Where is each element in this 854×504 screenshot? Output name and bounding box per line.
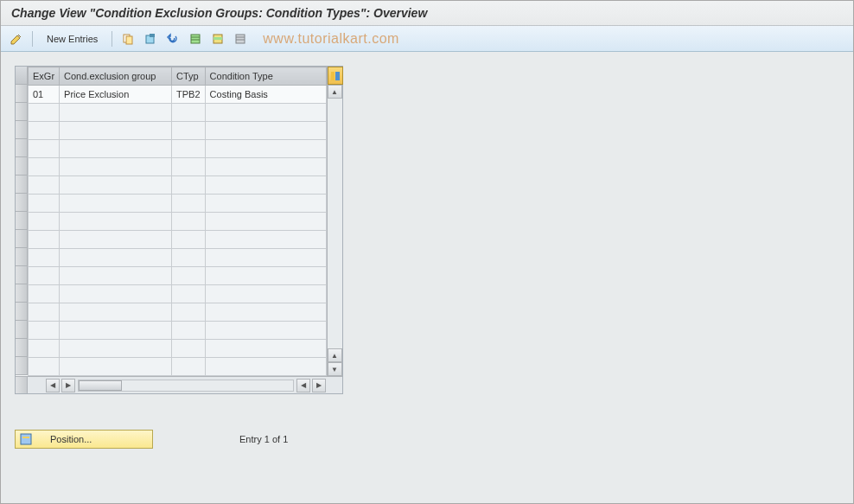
cell-ctyp[interactable] <box>172 249 206 267</box>
cell-ctyp[interactable] <box>172 176 206 195</box>
undo-icon[interactable] <box>164 30 182 48</box>
cell-ctyp[interactable] <box>172 122 206 140</box>
cell-group[interactable] <box>60 303 172 322</box>
col-header-ctyp[interactable]: CTyp <box>172 67 206 86</box>
cell-exgr[interactable] <box>29 213 60 231</box>
cell-ctyp[interactable] <box>172 358 206 376</box>
cell-ctyp[interactable] <box>172 231 206 249</box>
cell-ctyp[interactable] <box>172 213 206 231</box>
cell-ctype[interactable] <box>205 303 326 322</box>
cell-group[interactable] <box>60 267 172 285</box>
copy-icon[interactable] <box>119 30 137 48</box>
row-selector[interactable] <box>16 303 28 321</box>
select-all-icon[interactable] <box>187 30 204 48</box>
cell-ctype[interactable] <box>205 285 326 303</box>
cell-exgr[interactable] <box>29 322 60 340</box>
cell-ctype[interactable] <box>205 322 326 340</box>
cell-ctype[interactable] <box>205 249 326 267</box>
cell-ctype[interactable] <box>205 195 326 213</box>
cell-ctype[interactable] <box>205 122 326 140</box>
cell-ctyp[interactable] <box>172 340 206 358</box>
cell-group[interactable] <box>60 249 172 267</box>
deselect-all-icon[interactable] <box>232 30 249 48</box>
scroll-up-icon[interactable]: ▲ <box>328 85 342 99</box>
cell-group[interactable] <box>60 195 172 213</box>
cell-ctype[interactable] <box>205 104 326 122</box>
cell-group[interactable] <box>60 285 172 303</box>
cell-exgr[interactable] <box>29 195 60 213</box>
scroll-right2-icon[interactable]: ▶ <box>312 379 326 392</box>
cell-exgr[interactable]: 01 <box>29 86 60 104</box>
cell-ctyp[interactable]: TPB2 <box>172 86 206 104</box>
row-selector[interactable] <box>16 175 28 194</box>
scroll-left2-icon[interactable]: ◀ <box>296 379 310 392</box>
display-change-icon[interactable] <box>8 30 25 48</box>
scroll-down-icon[interactable]: ▼ <box>328 362 342 376</box>
cell-group[interactable] <box>60 322 172 340</box>
row-selector[interactable] <box>16 230 28 248</box>
scroll-right-icon[interactable]: ▶ <box>61 379 75 392</box>
row-selector[interactable] <box>16 357 28 375</box>
cell-ctyp[interactable] <box>172 303 206 322</box>
cell-ctyp[interactable] <box>172 195 206 213</box>
hscroll-thumb[interactable] <box>79 380 122 391</box>
cell-ctype[interactable] <box>205 340 326 358</box>
cell-exgr[interactable] <box>29 140 60 158</box>
col-header-group[interactable]: Cond.exclusion group <box>60 67 172 86</box>
cell-group[interactable] <box>60 158 172 176</box>
cell-group[interactable] <box>60 122 172 140</box>
cell-ctyp[interactable] <box>172 104 206 122</box>
cell-exgr[interactable] <box>29 267 60 285</box>
scroll-up2-icon[interactable]: ▲ <box>328 348 342 362</box>
delete-icon[interactable] <box>142 30 159 48</box>
cell-group[interactable] <box>60 213 172 231</box>
cell-ctype[interactable] <box>205 213 326 231</box>
cell-ctyp[interactable] <box>172 285 206 303</box>
row-selector[interactable] <box>16 85 28 103</box>
cell-group[interactable] <box>60 358 172 376</box>
row-selector[interactable] <box>16 321 28 339</box>
cell-group[interactable]: Price Exclusion <box>60 86 172 104</box>
cell-group[interactable] <box>60 231 172 249</box>
cell-exgr[interactable] <box>29 158 60 176</box>
cell-exgr[interactable] <box>29 285 60 303</box>
row-selector[interactable] <box>16 284 28 303</box>
cell-ctype[interactable] <box>205 140 326 158</box>
cell-ctype[interactable]: Costing Basis <box>205 86 326 104</box>
position-button[interactable]: Position... <box>15 430 153 449</box>
vscroll-track[interactable] <box>328 99 342 348</box>
cell-exgr[interactable] <box>29 340 60 358</box>
row-selector[interactable] <box>16 121 28 139</box>
cell-ctype[interactable] <box>205 267 326 285</box>
scroll-left-icon[interactable]: ◀ <box>46 379 60 392</box>
cell-exgr[interactable] <box>29 303 60 322</box>
cell-group[interactable] <box>60 176 172 195</box>
cell-ctype[interactable] <box>205 231 326 249</box>
new-entries-button[interactable]: New Entries <box>40 32 105 46</box>
row-selector[interactable] <box>16 157 28 175</box>
cell-exgr[interactable] <box>29 358 60 376</box>
cell-ctyp[interactable] <box>172 267 206 285</box>
row-selector[interactable] <box>16 248 28 266</box>
row-selector-header[interactable] <box>16 67 28 85</box>
cell-exgr[interactable] <box>29 122 60 140</box>
cell-group[interactable] <box>60 340 172 358</box>
cell-group[interactable] <box>60 140 172 158</box>
cell-exgr[interactable] <box>29 176 60 195</box>
cell-ctyp[interactable] <box>172 158 206 176</box>
col-header-exgr[interactable]: ExGr <box>29 67 60 86</box>
table-settings-icon[interactable] <box>328 67 343 85</box>
col-header-ctype[interactable]: Condition Type <box>205 67 326 86</box>
cell-ctyp[interactable] <box>172 322 206 340</box>
row-selector[interactable] <box>16 139 28 157</box>
row-selector[interactable] <box>16 212 28 230</box>
cell-ctype[interactable] <box>205 358 326 376</box>
cell-ctyp[interactable] <box>172 140 206 158</box>
row-selector[interactable] <box>16 266 28 284</box>
hscroll-track[interactable] <box>78 380 294 392</box>
cell-exgr[interactable] <box>29 104 60 122</box>
cell-ctype[interactable] <box>205 158 326 176</box>
cell-group[interactable] <box>60 104 172 122</box>
cell-exgr[interactable] <box>29 231 60 249</box>
cell-ctype[interactable] <box>205 176 326 195</box>
